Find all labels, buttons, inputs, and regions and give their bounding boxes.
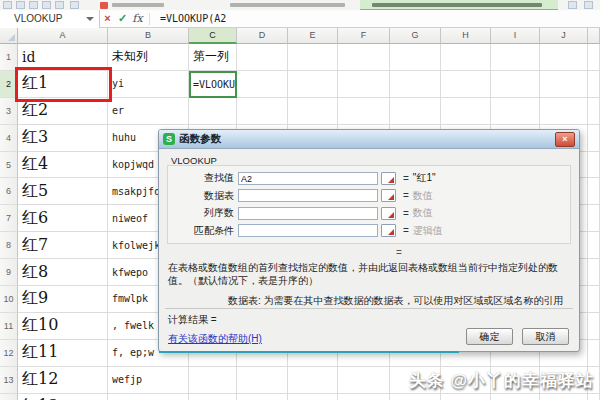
cell-B1[interactable]: 未知列 [108,44,189,71]
row-header-8[interactable]: 8 [0,232,18,259]
cell-E2[interactable] [288,71,338,98]
cell-F14[interactable] [338,394,390,400]
column-header-F[interactable]: F [338,28,390,44]
arg-input[interactable] [238,189,378,202]
cell-A12[interactable]: 红11 [18,340,108,367]
name-box[interactable]: VLOOKUP [0,10,100,28]
row-header-4[interactable]: 4 [0,125,18,152]
column-header-H[interactable]: H [441,28,491,44]
cell-F13[interactable] [338,367,390,394]
cell-B13[interactable]: wefjp [108,367,189,394]
cell-G3[interactable] [390,98,441,125]
confirm-entry-icon[interactable]: ✓ [115,10,130,27]
cell-G14[interactable] [390,394,441,400]
row-header-11[interactable]: 11 [0,313,18,340]
cell-I1[interactable] [491,44,540,71]
row-header-9[interactable]: 9 [0,259,18,286]
row-header-7[interactable]: 7 [0,205,18,232]
cell-J14[interactable] [540,394,588,400]
cell-H2[interactable] [441,71,491,98]
insert-function-icon[interactable]: fx [130,10,145,27]
cell-G2[interactable] [390,71,441,98]
cell-E14[interactable] [288,394,338,400]
cell-H1[interactable] [441,44,491,71]
cancel-button[interactable]: 取消 [522,328,569,345]
arg-input[interactable] [238,207,378,220]
cell-G1[interactable] [390,44,441,71]
cell-A6[interactable]: 红5 [18,178,108,205]
cell-C2[interactable]: =VLOOKUP(A2 [189,71,237,98]
row-header-12[interactable]: 12 [0,340,18,367]
cell-H3[interactable] [441,98,491,125]
cell-A13[interactable]: 红12 [18,367,108,394]
cell-I14[interactable] [491,394,540,400]
cell-E3[interactable] [288,98,338,125]
range-picker-icon[interactable] [381,207,396,220]
select-all-corner[interactable] [0,28,18,44]
row-header-14[interactable]: 14 [0,394,18,400]
column-header-C[interactable]: C [189,28,237,44]
row-header-10[interactable]: 10 [0,286,18,313]
cell-B3[interactable]: er [108,98,189,125]
column-header-J[interactable]: J [540,28,588,44]
cancel-entry-icon[interactable]: × [100,10,115,27]
cell-B2[interactable]: yi [108,71,189,98]
arg-result-value: 逻辑值 [413,224,443,238]
cell-I3[interactable] [491,98,540,125]
cell-A9[interactable]: 红8 [18,259,108,286]
cell-A7[interactable]: 红6 [18,205,108,232]
cell-C13[interactable] [189,367,237,394]
cell-D3[interactable] [237,98,288,125]
row-header-13[interactable]: 13 [0,367,18,394]
range-picker-icon[interactable] [381,172,396,185]
cell-C1[interactable]: 第一列 [189,44,237,71]
cell-H14[interactable] [441,394,491,400]
cell-F1[interactable] [338,44,390,71]
cell-B14[interactable]: ,welkf [108,394,189,400]
ok-button[interactable]: 确定 [466,328,513,345]
name-box-dropdown-icon[interactable] [86,17,94,21]
cell-C3[interactable] [189,98,237,125]
cell-E13[interactable] [288,367,338,394]
arg-input[interactable] [238,224,378,237]
formula-input[interactable]: =VLOOKUP(A2 [160,13,226,24]
row-header-5[interactable]: 5 [0,152,18,179]
cell-D13[interactable] [237,367,288,394]
cell-J1[interactable] [540,44,588,71]
help-link[interactable]: 有关该函数的帮助(H) [168,332,262,346]
toolbar-icon [3,1,12,9]
cell-A4[interactable]: 红3 [18,125,108,152]
cell-J2[interactable] [540,71,588,98]
cell-A5[interactable]: 红4 [18,152,108,179]
close-icon[interactable]: × [555,132,575,147]
cell-C14[interactable] [189,394,237,400]
cell-A10[interactable]: 红9 [18,286,108,313]
cell-F2[interactable] [338,71,390,98]
column-header-I[interactable]: I [491,28,540,44]
cell-D2[interactable] [237,71,288,98]
range-picker-icon[interactable] [381,224,396,237]
column-header-E[interactable]: E [288,28,338,44]
cell-I2[interactable] [491,71,540,98]
cell-A8[interactable]: 红7 [18,232,108,259]
cell-A11[interactable]: 红10 [18,313,108,340]
cell-D1[interactable] [237,44,288,71]
column-header-B[interactable]: B [108,28,189,44]
equals-sign: = [403,173,409,184]
range-picker-icon[interactable] [381,189,396,202]
formula-result-equals: = [396,247,402,258]
cell-A14[interactable]: 红13 [18,394,108,400]
equals-sign: = [403,190,409,201]
cell-E1[interactable] [288,44,338,71]
column-header-G[interactable]: G [390,28,441,44]
cell-J3[interactable] [540,98,588,125]
column-header-D[interactable]: D [237,28,288,44]
cell-F3[interactable] [338,98,390,125]
column-header-A[interactable]: A [18,28,108,44]
cell [588,259,600,286]
calc-result-label: 计算结果 = [168,313,217,327]
cell-D14[interactable] [237,394,288,400]
row-header-6[interactable]: 6 [0,178,18,205]
arg-input[interactable]: A2 [238,172,378,185]
dialog-title-bar: S 函数参数 × [159,130,579,149]
